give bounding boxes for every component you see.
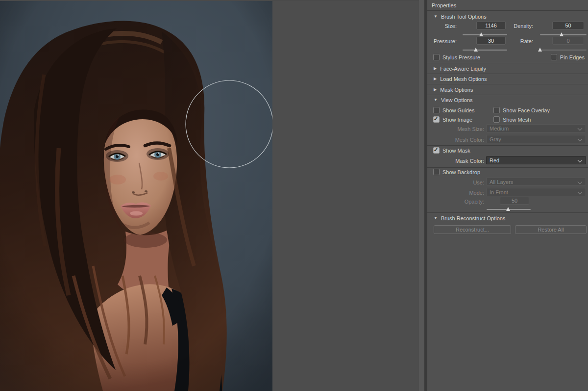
mask-color-dropdown[interactable]: Red [486, 156, 586, 164]
chevron-down-icon [578, 190, 583, 195]
triangle-right-icon [434, 67, 437, 71]
size-label: Size: [429, 23, 457, 29]
liquify-preview-canvas[interactable] [0, 0, 419, 391]
opacity-slider [487, 207, 531, 211]
section-label: Face-Aware Liquify [440, 66, 486, 72]
rate-slider [540, 47, 587, 52]
section-label: Brush Tool Options [441, 14, 487, 20]
section-header-load-mesh-options[interactable]: Load Mesh Options [427, 74, 588, 84]
opacity-input [500, 197, 529, 205]
triangle-down-icon [434, 216, 438, 220]
chevron-down-icon [578, 137, 583, 142]
stylus-pressure-checkbox[interactable] [433, 54, 440, 60]
show-backdrop-checkbox-row: Show Backdrop [433, 169, 480, 175]
show-mask-checkbox[interactable] [433, 147, 440, 154]
section-header-brush-tool-options[interactable]: Brush Tool Options [434, 14, 487, 20]
show-mesh-label: Show Mesh [503, 117, 531, 123]
portrait-photo[interactable] [0, 1, 272, 391]
rate-input [552, 37, 584, 45]
pin-edges-checkbox[interactable] [551, 54, 557, 60]
pin-edges-checkbox-row: Pin Edges [551, 54, 585, 60]
portrait-image [0, 1, 272, 391]
section-label: Mask Options [440, 87, 473, 93]
show-face-overlay-checkbox-row: Show Face Overlay [493, 107, 550, 113]
liquify-dialog: Properties Brush Tool Options Size: Dens… [0, 0, 588, 391]
mask-color-label: Mask Color: [435, 158, 484, 164]
chevron-down-icon [578, 158, 583, 163]
section-label: Load Mesh Options [440, 76, 487, 82]
show-image-checkbox-row: Show Image [433, 116, 472, 123]
show-guides-checkbox[interactable] [433, 107, 440, 113]
show-backdrop-label: Show Backdrop [442, 169, 480, 175]
triangle-right-icon [434, 77, 437, 81]
panel-gutter [419, 0, 424, 391]
divider [427, 167, 588, 168]
mode-label: Mode: [435, 190, 484, 196]
triangle-down-icon [434, 98, 438, 102]
show-image-checkbox[interactable] [433, 116, 440, 123]
size-input[interactable] [476, 22, 506, 29]
show-mesh-checkbox[interactable] [493, 116, 500, 123]
mode-dropdown: In Front [486, 188, 586, 196]
show-image-label: Show Image [442, 117, 472, 123]
triangle-down-icon [434, 15, 438, 19]
section-header-brush-reconstruct-options[interactable]: Brush Reconstruct Options [427, 212, 588, 223]
divider [427, 10, 588, 11]
mesh-size-label: Mesh Size: [435, 126, 484, 132]
show-face-overlay-label: Show Face Overlay [503, 107, 550, 113]
pressure-slider[interactable] [463, 47, 507, 52]
show-mesh-checkbox-row: Show Mesh [493, 116, 531, 123]
mesh-size-dropdown: Medium [486, 124, 586, 132]
triangle-right-icon [434, 88, 437, 92]
reconstruct-button: Reconstruct... [434, 225, 511, 234]
divider [427, 145, 588, 146]
restore-all-button: Restore All [515, 225, 587, 234]
density-input[interactable] [552, 22, 584, 29]
show-mask-checkbox-row: Show Mask [433, 147, 470, 154]
show-face-overlay-checkbox[interactable] [493, 107, 500, 113]
section-header-face-aware-liquify[interactable]: Face-Aware Liquify [427, 63, 588, 74]
use-dropdown: All Layers [486, 178, 586, 186]
use-label: Use: [435, 180, 484, 185]
panel-title: Properties [432, 2, 456, 8]
show-mask-label: Show Mask [442, 148, 470, 154]
section-label: View Options [441, 97, 473, 103]
section-header-mask-options[interactable]: Mask Options [427, 84, 588, 95]
show-backdrop-checkbox[interactable] [433, 169, 440, 175]
stylus-pressure-label: Stylus Pressure [442, 54, 480, 60]
mesh-color-dropdown: Gray [486, 135, 586, 143]
pressure-label: Pressure: [429, 38, 457, 44]
opacity-label: Opacity: [435, 199, 484, 205]
mesh-color-label: Mesh Color: [435, 137, 484, 143]
pin-edges-label: Pin Edges [560, 54, 585, 60]
pressure-input[interactable] [476, 37, 506, 45]
section-label: Brush Reconstruct Options [441, 215, 505, 221]
stylus-pressure-checkbox-row: Stylus Pressure [433, 54, 480, 60]
size-slider[interactable] [463, 32, 507, 37]
show-guides-checkbox-row: Show Guides [433, 107, 474, 113]
chevron-down-icon [578, 126, 583, 131]
rate-label: Rate: [506, 38, 533, 44]
properties-panel: Properties Brush Tool Options Size: Dens… [427, 0, 588, 391]
density-label: Density: [506, 23, 533, 29]
chevron-down-icon [578, 180, 583, 184]
section-header-view-options[interactable]: View Options [427, 95, 588, 104]
show-guides-label: Show Guides [442, 107, 474, 113]
canvas-top-edge [0, 0, 419, 1]
density-slider[interactable] [540, 32, 587, 37]
